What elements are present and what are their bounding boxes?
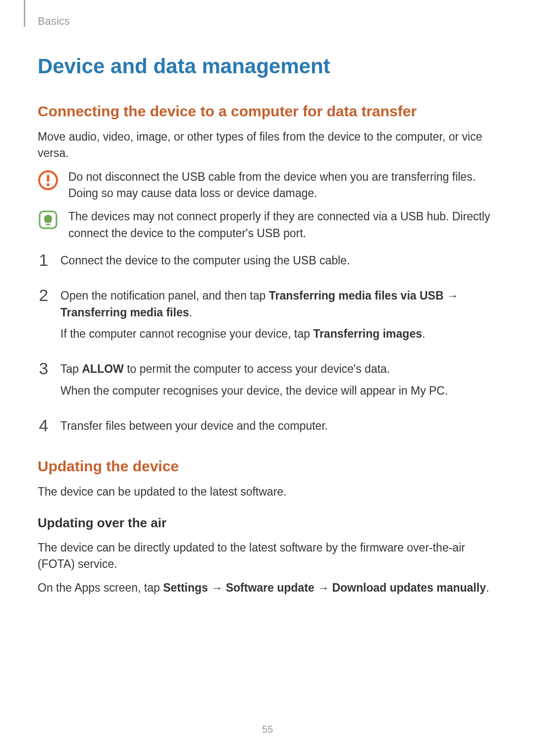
subsection-heading-ota: Updating over the air	[38, 515, 497, 531]
section-intro: Move audio, video, image, or other types…	[38, 129, 497, 162]
bold-text: Transferring media files	[60, 306, 189, 319]
step-line-1: Open the notification panel, and then ta…	[60, 288, 497, 321]
bold-text: ALLOW	[82, 362, 123, 375]
step-4: 4 Transfer files between your device and…	[38, 418, 497, 439]
svg-rect-4	[46, 224, 51, 225]
step-line-2: When the computer recognises your device…	[60, 383, 497, 399]
svg-rect-1	[47, 175, 49, 182]
bold-text: Transferring images	[313, 327, 422, 340]
note-icon	[38, 209, 58, 230]
step-1: 1 Connect the device to the computer usi…	[38, 252, 497, 274]
breadcrumb: Basics	[38, 15, 70, 28]
header-divider	[24, 0, 25, 27]
note-callout: The devices may not connect properly if …	[38, 208, 497, 242]
svg-point-2	[47, 183, 50, 186]
step-line-2: If the computer cannot recognise your de…	[60, 326, 497, 342]
bold-text: Settings	[163, 581, 208, 594]
step-text: Connect the device to the computer using…	[60, 252, 497, 269]
paragraph: On the Apps screen, tap Settings → Softw…	[38, 580, 497, 596]
steps-list: 1 Connect the device to the computer usi…	[38, 252, 497, 439]
step-body: Open the notification panel, and then ta…	[60, 288, 497, 347]
section-heading-connecting: Connecting the device to a computer for …	[38, 103, 497, 120]
step-body: Connect the device to the computer using…	[60, 252, 497, 274]
section-heading-updating: Updating the device	[38, 458, 497, 475]
step-line-1: Tap ALLOW to permit the computer to acce…	[60, 361, 497, 377]
paragraph: The device can be directly updated to th…	[38, 540, 497, 573]
step-text: Transfer files between your device and t…	[60, 418, 497, 434]
step-number: 3	[38, 360, 50, 377]
warning-icon	[38, 170, 58, 191]
warning-text: Do not disconnect the USB cable from the…	[68, 169, 497, 202]
step-number: 1	[38, 252, 50, 268]
warning-callout: Do not disconnect the USB cable from the…	[38, 169, 497, 202]
step-number: 2	[38, 287, 50, 303]
step-body: Tap ALLOW to permit the computer to acce…	[60, 361, 497, 404]
page-title: Device and data management	[38, 54, 497, 78]
note-text: The devices may not connect properly if …	[68, 208, 497, 242]
section-intro: The device can be updated to the latest …	[38, 484, 497, 500]
page-content: Device and data management Connecting th…	[0, 0, 535, 596]
bold-text: Software update	[226, 581, 315, 594]
page-number: 55	[0, 724, 535, 735]
step-body: Transfer files between your device and t…	[60, 418, 497, 439]
bold-text: Transferring media files via USB	[269, 289, 444, 302]
step-number: 4	[38, 417, 50, 434]
step-2: 2 Open the notification panel, and then …	[38, 288, 497, 347]
bold-text: Download updates manually	[332, 581, 486, 594]
step-3: 3 Tap ALLOW to permit the computer to ac…	[38, 361, 497, 404]
